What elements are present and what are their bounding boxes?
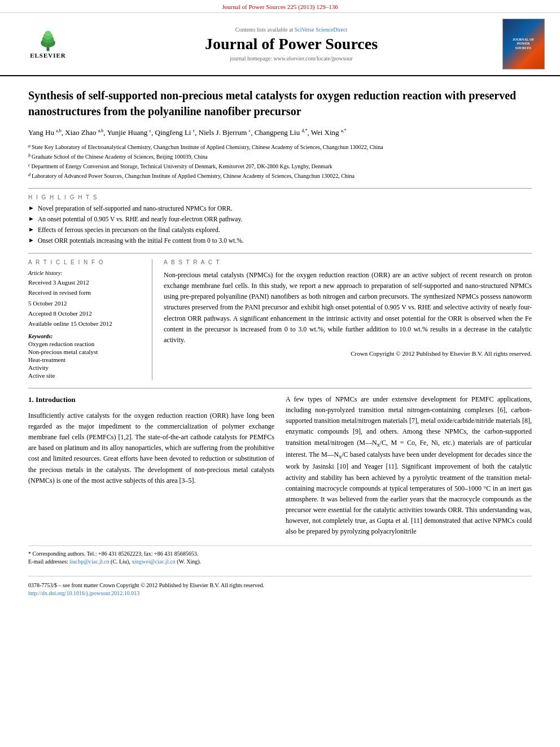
affiliation-b: b Graduate School of the Chinese Academy…: [28, 152, 532, 161]
highlights-label: H I G H L I G H T S: [28, 194, 532, 200]
introduction-text-right: A few types of NPMCs are under extensive…: [286, 394, 532, 538]
highlight-item-3: ► Effects of ferrous species in precurso…: [28, 225, 532, 234]
history-revised-date: 5 October 2012: [28, 299, 143, 308]
doi-link[interactable]: http://dx.doi.org/10.1016/j.jpowsour.201…: [28, 590, 139, 596]
highlight-item-4: ► Onset ORR potentials increasing with t…: [28, 236, 532, 245]
footer-section: 0378-7753/$ – see front matter Crown Cop…: [28, 576, 532, 596]
sciverse-bar: Contents lists available at SciVerse Sci…: [85, 27, 498, 33]
issn-note: 0378-7753/$ – see front matter Crown Cop…: [28, 582, 532, 588]
affiliation-c: c Department of Energy Conversion and St…: [28, 162, 532, 171]
email-label: E-mail addresses:: [28, 558, 69, 565]
authors-text: Yang Hu a,b, Xiao Zhao a,b, Yunjie Huang…: [28, 128, 346, 137]
journal-name: Journal of Power Sources: [85, 35, 498, 53]
affiliations-section: a State Key Laboratory of Electroanalyti…: [28, 143, 532, 180]
keyword-3: Heat-treatment: [28, 356, 143, 363]
highlight-text-4: Onset ORR potentials increasing with the…: [38, 236, 244, 245]
highlight-text-2: An onset potential of 0.905 V vs. RHE an…: [38, 215, 242, 224]
divider-2: [28, 253, 532, 254]
highlight-text-1: Novel preparation of self-supported and …: [38, 204, 233, 213]
email-liu[interactable]: liuchp@ciac.jl.cn: [69, 558, 109, 565]
arrow-icon-3: ►: [28, 225, 34, 234]
history-online: Available online 15 October 2012: [28, 320, 143, 328]
authors-line: Yang Hu a,b, Xiao Zhao a,b, Yunjie Huang…: [28, 127, 532, 138]
affil-sup-a: a: [28, 143, 30, 150]
article-title: Synthesis of self-supported non-precious…: [28, 88, 532, 119]
email-xing-name: (W. Xing).: [177, 558, 201, 565]
homepage-label: journal homepage: www.elsevier.com/locat…: [230, 55, 353, 62]
journal-title-section: Contents lists available at SciVerse Sci…: [85, 27, 498, 62]
affil-text-c: Department of Energy Conversion and Stor…: [32, 162, 333, 171]
affil-text-b: Graduate School of the Chinese Academy o…: [32, 152, 208, 161]
divider-3: [28, 388, 532, 388]
main-content: Synthesis of self-supported non-precious…: [0, 76, 560, 609]
highlight-text-3: Effects of ferrous species in precursors…: [38, 225, 220, 234]
doi-note: http://dx.doi.org/10.1016/j.jpowsour.201…: [28, 590, 532, 596]
journal-citation-text: Journal of Power Sources 225 (2013) 129–…: [222, 3, 338, 10]
journal-citation-bar: Journal of Power Sources 225 (2013) 129–…: [0, 0, 560, 13]
info-abstract-section: A R T I C L E I N F O Article history: R…: [28, 259, 532, 380]
article-info-heading: A R T I C L E I N F O: [28, 259, 143, 265]
abstract-text: Non-precious metal catalysts (NPMCs) for…: [164, 270, 532, 346]
arrow-icon-1: ►: [28, 204, 34, 212]
journal-homepage: journal homepage: www.elsevier.com/locat…: [85, 55, 498, 62]
introduction-col-right: A few types of NPMCs are under extensive…: [286, 394, 532, 538]
elsevier-logo: ELSEVIER: [17, 27, 79, 61]
sciverse-link[interactable]: SciVerse ScienceDirect: [295, 27, 348, 33]
keywords-section: Keywords: Oxygen reduction reaction Non-…: [28, 333, 143, 379]
contents-text: Contents lists available at: [235, 27, 293, 33]
affiliation-d: d Laboratory of Advanced Power Sources, …: [28, 172, 532, 180]
journal-header: ELSEVIER Contents lists available at Sci…: [0, 13, 560, 76]
keyword-2: Non-precious metal catalyst: [28, 348, 143, 355]
introduction-col-left: 1. Introduction Insufficiently active ca…: [28, 394, 274, 538]
email-xing[interactable]: xingwei@ciac.jl.cn: [132, 558, 176, 565]
history-revised-label: Received in revised form: [28, 289, 143, 297]
history-accepted: Accepted 8 October 2012: [28, 309, 143, 318]
article-info-column: A R T I C L E I N F O Article history: R…: [28, 259, 152, 380]
footnote-section: * Corresponding authors. Tel.: +86 431 8…: [28, 545, 532, 565]
affil-text-d: Laboratory of Advanced Power Sources, Ch…: [32, 172, 355, 180]
email-liu-name: (C. Liu),: [111, 558, 132, 565]
keyword-1: Oxygen reduction reaction: [28, 340, 143, 347]
keyword-5: Active site: [28, 372, 143, 379]
history-received: Received 3 August 2012: [28, 278, 143, 287]
section-title: Introduction: [36, 395, 76, 404]
arrow-icon-4: ►: [28, 236, 34, 244]
highlights-section: H I G H L I G H T S ► Novel preparation …: [28, 194, 532, 245]
introduction-section: 1. Introduction Insufficiently active ca…: [28, 394, 532, 538]
keyword-4: Activity: [28, 364, 143, 371]
affil-sup-d: d: [28, 172, 30, 178]
introduction-heading: 1. Introduction: [28, 394, 274, 406]
arrow-icon-2: ►: [28, 215, 34, 223]
affiliation-a: a State Key Laboratory of Electroanalyti…: [28, 143, 532, 151]
divider-1: [28, 188, 532, 189]
journal-cover-section: JOURNAL OFPOWERSOURCES: [498, 19, 549, 69]
affil-sup-c: c: [28, 162, 30, 169]
abstract-heading: A B S T R A C T: [164, 259, 532, 265]
highlight-item-2: ► An onset potential of 0.905 V vs. RHE …: [28, 215, 532, 224]
keywords-label: Keywords:: [28, 333, 143, 339]
corresponding-author-note: * Corresponding authors. Tel.: +86 431 8…: [28, 551, 532, 557]
elsevier-tree-icon: [34, 29, 62, 52]
svg-point-4: [45, 30, 51, 36]
elsevier-logo-section: ELSEVIER: [11, 27, 85, 61]
copyright-text: Crown Copyright © 2012 Published by Else…: [164, 350, 532, 357]
highlight-item-1: ► Novel preparation of self-supported an…: [28, 204, 532, 213]
affil-text-a: State Key Laboratory of Electroanalytica…: [32, 143, 383, 151]
email-note: E-mail addresses: liuchp@ciac.jl.cn (C. …: [28, 558, 532, 565]
introduction-text-left: Insufficiently active catalysts for the …: [28, 410, 274, 486]
article-history-heading: Article history:: [28, 270, 143, 276]
section-number: 1.: [28, 395, 34, 404]
elsevier-wordmark: ELSEVIER: [30, 52, 66, 59]
journal-cover-image: JOURNAL OFPOWERSOURCES: [502, 19, 545, 69]
affil-sup-b: b: [28, 152, 30, 159]
abstract-column: A B S T R A C T Non-precious metal catal…: [164, 259, 532, 380]
cover-title-text: JOURNAL OFPOWERSOURCES: [513, 38, 535, 50]
